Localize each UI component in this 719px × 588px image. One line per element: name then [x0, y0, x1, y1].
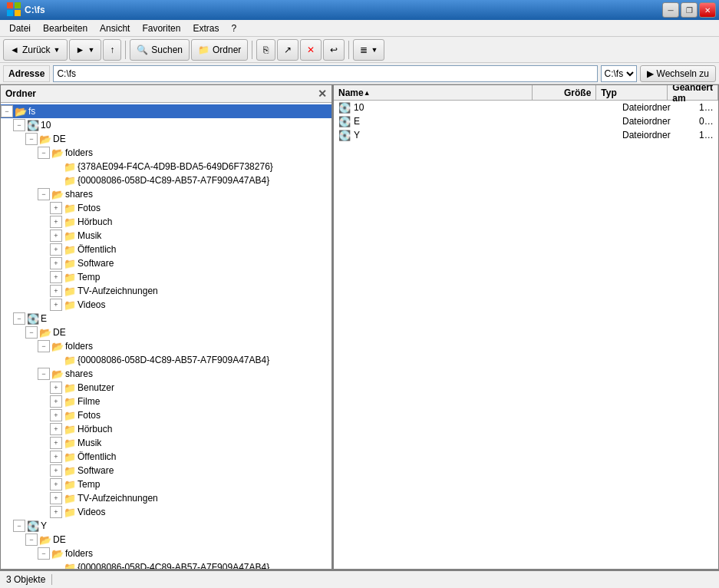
tree-item-oeffentlich1[interactable]: +📁Öffentlich — [1, 243, 331, 256]
menu-bearbeiten[interactable]: Bearbeiten — [37, 21, 94, 35]
tree-container[interactable]: −📂fs−💽10−📂DE−📂folders📁{378AE094-F4CA-4D9… — [1, 103, 331, 569]
expand-toggle[interactable]: + — [50, 395, 62, 408]
tree-item-fs[interactable]: −📂fs — [1, 104, 331, 118]
col-header-name[interactable]: Name — [334, 85, 533, 100]
tree-item-E-DE[interactable]: −📂DE — [1, 325, 331, 339]
tree-item-10[interactable]: −💽10 — [1, 118, 331, 132]
collapse-toggle[interactable]: − — [25, 326, 38, 339]
expand-toggle[interactable]: + — [50, 464, 62, 477]
menu-datei[interactable]: Datei — [3, 21, 37, 35]
expand-toggle[interactable]: + — [50, 506, 62, 518]
file-list-header: Name Größe Typ Geändert am — [334, 85, 718, 101]
col-header-size[interactable]: Größe — [533, 85, 597, 100]
go-icon: ▶ — [647, 68, 654, 79]
tree-item-videos1[interactable]: +📁Videos — [1, 298, 331, 312]
panel-close-button[interactable]: ✕ — [318, 88, 327, 100]
go-button[interactable]: ▶ Wechseln zu — [640, 65, 716, 82]
tree-item-10-DE[interactable]: −📂DE — [1, 132, 331, 146]
collapse-toggle[interactable]: − — [38, 340, 50, 352]
expand-toggle[interactable]: + — [50, 409, 62, 421]
expand-toggle[interactable]: + — [50, 492, 62, 504]
expand-toggle[interactable]: + — [50, 423, 62, 435]
tree-item-E-DE-shares[interactable]: −📂shares — [1, 367, 331, 381]
file-row[interactable]: 💽10 Dateiordner 16.08.2013 16:12 — [334, 101, 718, 114]
delete-button[interactable]: ✕ — [300, 39, 322, 61]
address-input[interactable] — [53, 65, 597, 82]
tree-item-software2[interactable]: +📁Software — [1, 464, 331, 477]
menu-ansicht[interactable]: Ansicht — [94, 21, 136, 35]
close-button[interactable]: ✕ — [699, 2, 716, 18]
window-icon — [6, 2, 21, 19]
tree-item-Y[interactable]: −💽Y — [1, 519, 331, 533]
minimize-button[interactable]: ─ — [662, 2, 679, 18]
tree-item-guid3[interactable]: 📁{00008086-058D-4C89-AB57-A7F909A47AB4} — [1, 353, 331, 367]
tree-item-software1[interactable]: +📁Software — [1, 256, 331, 270]
search-button[interactable]: 🔍 Suchen — [130, 39, 190, 61]
expand-toggle[interactable]: + — [50, 216, 62, 228]
tree-item-filme1[interactable]: +📁Filme — [1, 395, 331, 408]
search-icon: 🔍 — [137, 45, 148, 55]
tree-item-oeffentlich2[interactable]: +📁Öffentlich — [1, 450, 331, 464]
tree-item-benutzer[interactable]: +📁Benutzer — [1, 381, 331, 395]
collapse-toggle[interactable]: − — [25, 533, 38, 546]
collapse-toggle[interactable]: − — [38, 188, 50, 200]
menu-help[interactable]: ? — [225, 21, 242, 35]
folder-closed-icon: 📁 — [64, 451, 76, 463]
menu-extras[interactable]: Extras — [186, 21, 225, 35]
tree-item-temp1[interactable]: +📁Temp — [1, 270, 331, 284]
expand-toggle[interactable]: + — [50, 257, 62, 269]
menu-favoriten[interactable]: Favoriten — [136, 21, 186, 35]
up-button[interactable]: ↑ — [103, 39, 121, 61]
collapse-toggle[interactable]: − — [13, 520, 25, 532]
expand-toggle[interactable]: + — [50, 271, 62, 283]
tree-item-tvauf2[interactable]: +📁TV-Aufzeichnungen — [1, 491, 331, 505]
expand-toggle[interactable]: + — [50, 202, 62, 214]
tree-item-hoerbuch2[interactable]: +📁Hörbuch — [1, 422, 331, 436]
expand-toggle[interactable]: + — [50, 230, 62, 242]
folders-button[interactable]: 📁 Ordner — [191, 39, 248, 61]
tree-item-musik2[interactable]: +📁Musik — [1, 436, 331, 450]
expand-toggle[interactable]: + — [50, 299, 62, 311]
tree-item-Y-DE-folders[interactable]: −📂folders — [1, 547, 331, 560]
collapse-toggle[interactable]: − — [13, 312, 25, 325]
tree-item-guid2[interactable]: 📁{00008086-058D-4C89-AB57-A7F909A47AB4} — [1, 173, 331, 187]
tree-item-guid1[interactable]: 📁{378AE094-F4CA-4D9B-BDA5-649D6F738276} — [1, 160, 331, 173]
collapse-toggle[interactable]: − — [38, 547, 50, 560]
tree-item-10-DE-folders[interactable]: −📂folders — [1, 146, 331, 160]
collapse-toggle[interactable]: − — [13, 119, 25, 131]
tree-item-Y-DE[interactable]: −📂DE — [1, 533, 331, 547]
tree-item-musik1[interactable]: +📁Musik — [1, 229, 331, 243]
expand-toggle[interactable]: + — [50, 451, 62, 463]
file-row[interactable]: 💽E Dateiordner 01.06.2010 09:48 — [334, 114, 718, 128]
address-dropdown[interactable]: C:\fs — [601, 65, 637, 82]
forward-button[interactable]: ► ▼ — [69, 39, 102, 61]
collapse-toggle[interactable]: − — [38, 368, 50, 380]
tree-item-E[interactable]: −💽E — [1, 312, 331, 325]
tree-item-guid4[interactable]: 📁{00008086-058D-4C89-AB57-A7F909A47AB4} — [1, 560, 331, 569]
restore-button[interactable]: ❐ — [681, 2, 698, 18]
tree-item-temp2[interactable]: +📁Temp — [1, 477, 331, 491]
back-button[interactable]: ◄ Zurück ▼ — [3, 39, 68, 61]
expand-toggle[interactable]: + — [50, 285, 62, 297]
copy-to-button[interactable]: ⎘ — [256, 39, 275, 61]
expand-toggle[interactable]: + — [50, 382, 62, 394]
expand-toggle[interactable]: + — [50, 243, 62, 256]
tree-item-10-DE-shares[interactable]: −📂shares — [1, 187, 331, 201]
file-row[interactable]: 💽Y Dateiordner 16.08.2013 16:12 — [334, 128, 718, 142]
expand-toggle[interactable]: + — [50, 437, 62, 449]
views-button[interactable]: ≣ ▼ — [353, 39, 384, 61]
tree-item-fotos1[interactable]: +📁Fotos — [1, 201, 331, 215]
col-header-date[interactable]: Geändert am — [668, 85, 718, 100]
tree-item-hoerbuch1[interactable]: +📁Hörbuch — [1, 215, 331, 229]
tree-item-E-DE-folders[interactable]: −📂folders — [1, 339, 331, 353]
collapse-toggle[interactable]: − — [1, 105, 13, 117]
col-header-type[interactable]: Typ — [596, 85, 668, 100]
collapse-toggle[interactable]: − — [38, 147, 50, 159]
undo-button[interactable]: ↩ — [323, 39, 345, 61]
tree-item-tvauf1[interactable]: +📁TV-Aufzeichnungen — [1, 284, 331, 298]
tree-item-videos2[interactable]: +📁Videos — [1, 505, 331, 519]
collapse-toggle[interactable]: − — [25, 133, 38, 145]
expand-toggle[interactable]: + — [50, 478, 62, 491]
move-to-button[interactable]: ↗ — [277, 39, 298, 61]
tree-item-fotos2[interactable]: +📁Fotos — [1, 408, 331, 422]
